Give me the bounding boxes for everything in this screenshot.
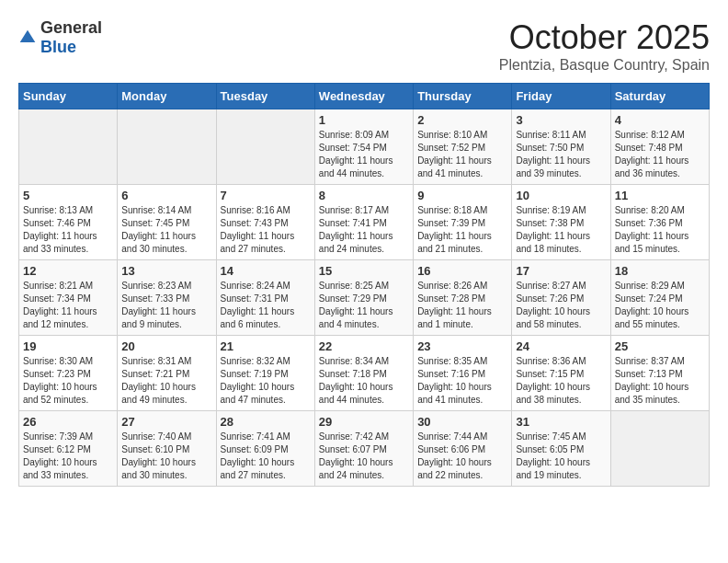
day-number: 27 — [121, 415, 211, 429]
day-info: Sunrise: 8:19 AM Sunset: 7:38 PM Dayligh… — [516, 204, 606, 256]
calendar-cell: 9Sunrise: 8:18 AM Sunset: 7:39 PM Daylig… — [414, 185, 512, 260]
location-title: Plentzia, Basque Country, Spain — [499, 57, 710, 74]
calendar-cell: 12Sunrise: 8:21 AM Sunset: 7:34 PM Dayli… — [19, 260, 118, 336]
calendar-cell: 25Sunrise: 8:37 AM Sunset: 7:13 PM Dayli… — [610, 336, 709, 411]
calendar-cell: 3Sunrise: 8:11 AM Sunset: 7:50 PM Daylig… — [512, 109, 610, 185]
calendar-cell: 26Sunrise: 7:39 AM Sunset: 6:12 PM Dayli… — [19, 411, 118, 487]
generalblue-logo-icon — [18, 29, 37, 47]
calendar-cell: 10Sunrise: 8:19 AM Sunset: 7:38 PM Dayli… — [512, 185, 610, 260]
calendar-cell: 11Sunrise: 8:20 AM Sunset: 7:36 PM Dayli… — [610, 185, 709, 260]
day-info: Sunrise: 7:40 AM Sunset: 6:10 PM Dayligh… — [121, 431, 211, 482]
day-number: 8 — [319, 189, 409, 202]
calendar-cell: 14Sunrise: 8:24 AM Sunset: 7:31 PM Dayli… — [216, 260, 314, 336]
day-number: 22 — [319, 339, 409, 353]
day-number: 6 — [121, 189, 211, 202]
day-number: 16 — [417, 264, 507, 278]
day-info: Sunrise: 8:36 AM Sunset: 7:15 PM Dayligh… — [516, 355, 606, 407]
day-info: Sunrise: 8:16 AM Sunset: 7:43 PM Dayligh… — [221, 204, 311, 256]
calendar-cell: 2Sunrise: 8:10 AM Sunset: 7:52 PM Daylig… — [414, 109, 512, 185]
calendar-cell: 22Sunrise: 8:34 AM Sunset: 7:18 PM Dayli… — [314, 336, 413, 411]
day-info: Sunrise: 8:35 AM Sunset: 7:16 PM Dayligh… — [417, 355, 507, 407]
day-info: Sunrise: 7:39 AM Sunset: 6:12 PM Dayligh… — [23, 431, 113, 482]
calendar-week-3: 12Sunrise: 8:21 AM Sunset: 7:34 PM Dayli… — [19, 260, 710, 336]
page-header: General Blue October 2025 Plentzia, Basq… — [18, 18, 710, 74]
calendar-cell: 4Sunrise: 8:12 AM Sunset: 7:48 PM Daylig… — [610, 109, 709, 185]
calendar-table: SundayMondayTuesdayWednesdayThursdayFrid… — [18, 83, 710, 487]
calendar-week-1: 1Sunrise: 8:09 AM Sunset: 7:54 PM Daylig… — [19, 109, 710, 185]
day-info: Sunrise: 8:17 AM Sunset: 7:41 PM Dayligh… — [319, 204, 409, 256]
day-number: 1 — [319, 113, 409, 127]
weekday-header-monday: Monday — [118, 84, 216, 109]
day-info: Sunrise: 8:27 AM Sunset: 7:26 PM Dayligh… — [516, 280, 606, 331]
day-info: Sunrise: 8:34 AM Sunset: 7:18 PM Dayligh… — [319, 355, 409, 407]
calendar-cell: 5Sunrise: 8:13 AM Sunset: 7:46 PM Daylig… — [19, 185, 118, 260]
day-number: 9 — [417, 189, 507, 202]
day-info: Sunrise: 8:14 AM Sunset: 7:45 PM Dayligh… — [121, 204, 211, 256]
calendar-cell — [118, 109, 216, 185]
logo-text-general: General — [40, 18, 102, 37]
calendar-body: 1Sunrise: 8:09 AM Sunset: 7:54 PM Daylig… — [19, 109, 710, 487]
day-number: 25 — [615, 339, 705, 353]
day-info: Sunrise: 8:21 AM Sunset: 7:34 PM Dayligh… — [23, 280, 113, 331]
day-number: 5 — [23, 189, 113, 202]
calendar-week-5: 26Sunrise: 7:39 AM Sunset: 6:12 PM Dayli… — [19, 411, 710, 487]
day-info: Sunrise: 8:26 AM Sunset: 7:28 PM Dayligh… — [417, 280, 507, 331]
calendar-cell: 24Sunrise: 8:36 AM Sunset: 7:15 PM Dayli… — [512, 336, 610, 411]
logo-text-blue: Blue — [40, 38, 76, 56]
weekday-header-tuesday: Tuesday — [216, 84, 314, 109]
day-number: 21 — [221, 339, 311, 353]
day-info: Sunrise: 8:23 AM Sunset: 7:33 PM Dayligh… — [121, 280, 211, 331]
svg-marker-0 — [20, 30, 36, 42]
calendar-cell: 13Sunrise: 8:23 AM Sunset: 7:33 PM Dayli… — [118, 260, 216, 336]
day-number: 3 — [516, 113, 606, 127]
calendar-cell — [610, 411, 709, 487]
day-number: 4 — [615, 113, 705, 127]
day-number: 30 — [417, 415, 507, 429]
calendar-cell: 18Sunrise: 8:29 AM Sunset: 7:24 PM Dayli… — [610, 260, 709, 336]
calendar-cell: 17Sunrise: 8:27 AM Sunset: 7:26 PM Dayli… — [512, 260, 610, 336]
day-number: 17 — [516, 264, 606, 278]
calendar-cell: 16Sunrise: 8:26 AM Sunset: 7:28 PM Dayli… — [414, 260, 512, 336]
calendar-cell: 29Sunrise: 7:42 AM Sunset: 6:07 PM Dayli… — [314, 411, 413, 487]
day-number: 11 — [615, 189, 705, 202]
calendar-cell: 31Sunrise: 7:45 AM Sunset: 6:05 PM Dayli… — [512, 411, 610, 487]
weekday-header-sunday: Sunday — [19, 84, 118, 109]
calendar-week-4: 19Sunrise: 8:30 AM Sunset: 7:23 PM Dayli… — [19, 336, 710, 411]
calendar-cell: 30Sunrise: 7:44 AM Sunset: 6:06 PM Dayli… — [414, 411, 512, 487]
calendar-cell — [216, 109, 314, 185]
day-info: Sunrise: 7:44 AM Sunset: 6:06 PM Dayligh… — [417, 431, 507, 482]
day-number: 10 — [516, 189, 606, 202]
day-number: 24 — [516, 339, 606, 353]
day-info: Sunrise: 8:37 AM Sunset: 7:13 PM Dayligh… — [615, 355, 705, 407]
weekday-header-wednesday: Wednesday — [314, 84, 413, 109]
weekday-header-friday: Friday — [512, 84, 610, 109]
calendar-cell: 19Sunrise: 8:30 AM Sunset: 7:23 PM Dayli… — [19, 336, 118, 411]
month-title: October 2025 — [499, 18, 710, 57]
calendar-header: SundayMondayTuesdayWednesdayThursdayFrid… — [19, 84, 710, 109]
calendar-week-2: 5Sunrise: 8:13 AM Sunset: 7:46 PM Daylig… — [19, 185, 710, 260]
day-number: 2 — [417, 113, 507, 127]
day-info: Sunrise: 8:32 AM Sunset: 7:19 PM Dayligh… — [221, 355, 311, 407]
calendar-cell: 20Sunrise: 8:31 AM Sunset: 7:21 PM Dayli… — [118, 336, 216, 411]
calendar-cell: 1Sunrise: 8:09 AM Sunset: 7:54 PM Daylig… — [314, 109, 413, 185]
weekday-header-row: SundayMondayTuesdayWednesdayThursdayFrid… — [19, 84, 710, 109]
day-info: Sunrise: 8:09 AM Sunset: 7:54 PM Dayligh… — [319, 129, 409, 180]
title-area: October 2025 Plentzia, Basque Country, S… — [499, 18, 710, 74]
weekday-header-saturday: Saturday — [610, 84, 709, 109]
day-info: Sunrise: 8:12 AM Sunset: 7:48 PM Dayligh… — [615, 129, 705, 180]
day-number: 18 — [615, 264, 705, 278]
day-number: 19 — [23, 339, 113, 353]
logo: General Blue — [18, 18, 102, 57]
day-info: Sunrise: 8:10 AM Sunset: 7:52 PM Dayligh… — [417, 129, 507, 180]
day-info: Sunrise: 8:11 AM Sunset: 7:50 PM Dayligh… — [516, 129, 606, 180]
day-info: Sunrise: 7:41 AM Sunset: 6:09 PM Dayligh… — [221, 431, 311, 482]
day-number: 23 — [417, 339, 507, 353]
day-number: 26 — [23, 415, 113, 429]
day-info: Sunrise: 8:29 AM Sunset: 7:24 PM Dayligh… — [615, 280, 705, 331]
day-number: 7 — [221, 189, 311, 202]
calendar-cell: 21Sunrise: 8:32 AM Sunset: 7:19 PM Dayli… — [216, 336, 314, 411]
calendar-cell: 6Sunrise: 8:14 AM Sunset: 7:45 PM Daylig… — [118, 185, 216, 260]
weekday-header-thursday: Thursday — [414, 84, 512, 109]
day-number: 31 — [516, 415, 606, 429]
calendar-cell: 23Sunrise: 8:35 AM Sunset: 7:16 PM Dayli… — [414, 336, 512, 411]
